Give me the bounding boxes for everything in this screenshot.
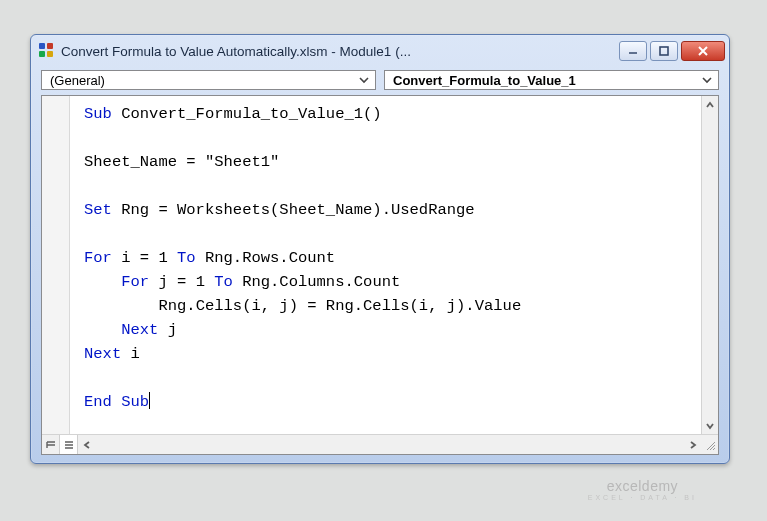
- keyword-sub: Sub: [84, 105, 112, 123]
- code-line: Rng = Worksheets(Sheet_Name).UsedRange: [112, 201, 475, 219]
- code-body: Sub Convert_Formula_to_Value_1() Sheet_N…: [42, 96, 718, 434]
- chevron-down-icon: [700, 73, 714, 87]
- scroll-right-button[interactable]: [684, 435, 701, 454]
- code-fragment: i = 1: [112, 249, 177, 267]
- scroll-track[interactable]: [95, 435, 684, 454]
- size-grip[interactable]: [701, 435, 718, 454]
- chevron-left-icon: [82, 440, 92, 450]
- code-fragment: Rng.Columns.Count: [233, 273, 400, 291]
- size-grip-icon: [704, 439, 716, 451]
- object-procedure-bar: (General) Convert_Formula_to_Value_1: [31, 67, 729, 95]
- chevron-up-icon: [705, 100, 715, 110]
- vbe-window: Convert Formula to Value Automatically.x…: [30, 34, 730, 464]
- procedure-view-button[interactable]: [42, 435, 60, 454]
- margin-indicator-bar[interactable]: [42, 96, 70, 434]
- vertical-scrollbar[interactable]: [701, 96, 718, 434]
- maximize-button[interactable]: [650, 41, 678, 61]
- full-module-view-button[interactable]: [60, 435, 78, 454]
- code-pane: Sub Convert_Formula_to_Value_1() Sheet_N…: [41, 95, 719, 455]
- scroll-left-button[interactable]: [78, 435, 95, 454]
- code-fragment: j: [158, 321, 177, 339]
- bottom-bar: [42, 434, 718, 454]
- keyword-to: To: [177, 249, 196, 267]
- watermark-tagline: EXCEL · DATA · BI: [588, 494, 697, 501]
- keyword-next: Next: [121, 321, 158, 339]
- code-line: Rng.Cells(i, j) = Rng.Cells(i, j).Value: [158, 297, 521, 315]
- keyword-for: For: [121, 273, 149, 291]
- indent: [84, 297, 158, 315]
- code-fragment: Rng.Rows.Count: [196, 249, 336, 267]
- keyword-for: For: [84, 249, 112, 267]
- watermark: exceldemy EXCEL · DATA · BI: [588, 478, 697, 501]
- window-title: Convert Formula to Value Automatically.x…: [61, 44, 613, 59]
- text-caret: [149, 392, 150, 409]
- code-fragment: i: [121, 345, 140, 363]
- code-editor[interactable]: Sub Convert_Formula_to_Value_1() Sheet_N…: [70, 96, 701, 434]
- indent: [84, 273, 121, 291]
- minimize-button[interactable]: [619, 41, 647, 61]
- minimize-icon: [627, 45, 639, 57]
- maximize-icon: [658, 45, 670, 57]
- chevron-down-icon: [705, 421, 715, 431]
- keyword-to: To: [214, 273, 233, 291]
- horizontal-scrollbar[interactable]: [78, 435, 701, 454]
- chevron-down-icon: [357, 73, 371, 87]
- titlebar[interactable]: Convert Formula to Value Automatically.x…: [31, 35, 729, 67]
- scroll-up-button[interactable]: [702, 96, 718, 113]
- full-module-view-icon: [63, 439, 75, 451]
- watermark-brand: exceldemy: [607, 478, 678, 494]
- procedure-dropdown-label: Convert_Formula_to_Value_1: [393, 73, 700, 88]
- keyword-set: Set: [84, 201, 112, 219]
- vba-app-icon: [39, 43, 55, 59]
- procedure-dropdown[interactable]: Convert_Formula_to_Value_1: [384, 70, 719, 90]
- indent: [84, 321, 121, 339]
- procedure-view-icon: [45, 439, 57, 451]
- object-dropdown-label: (General): [50, 73, 357, 88]
- keyword-next: Next: [84, 345, 121, 363]
- code-fragment: j = 1: [149, 273, 214, 291]
- code-line: Sheet_Name = "Sheet1": [84, 153, 279, 171]
- scroll-track[interactable]: [702, 113, 718, 417]
- svg-rect-0: [660, 47, 668, 55]
- sub-declaration: Convert_Formula_to_Value_1(): [112, 105, 382, 123]
- close-icon: [696, 45, 710, 57]
- object-dropdown[interactable]: (General): [41, 70, 376, 90]
- chevron-right-icon: [688, 440, 698, 450]
- close-button[interactable]: [681, 41, 725, 61]
- keyword-end-sub: End Sub: [84, 393, 149, 411]
- window-controls: [619, 41, 725, 61]
- scroll-down-button[interactable]: [702, 417, 718, 434]
